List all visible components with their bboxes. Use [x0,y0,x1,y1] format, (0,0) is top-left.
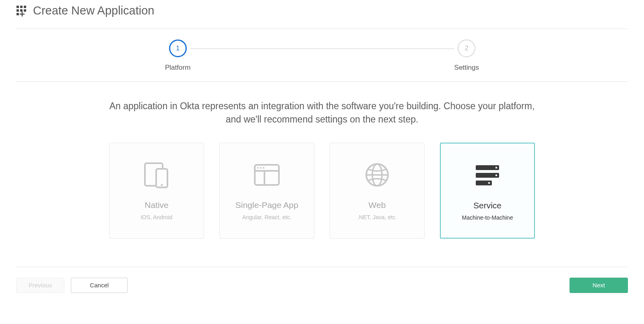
svg-point-9 [161,184,163,186]
svg-rect-1 [20,6,23,8]
svg-point-15 [263,167,264,168]
svg-rect-2 [24,6,26,8]
servers-icon [476,161,499,189]
mobile-tablet-icon [141,161,172,189]
card-subtitle: Machine-to-Machine [462,214,513,221]
apps-grid-icon [16,5,27,17]
platform-card-service[interactable]: Service Machine-to-Machine [440,143,535,239]
stepper-line [189,48,455,49]
svg-rect-6 [17,13,19,15]
next-button[interactable]: Next [570,278,628,293]
step-label: Platform [165,64,190,72]
platform-cards: Native iOS, Android Single-Page App Angu… [16,143,628,239]
card-subtitle: iOS, Android [141,214,173,220]
card-title: Native [144,200,169,210]
step-circle: 1 [169,39,187,57]
svg-point-13 [257,167,259,168]
globe-icon [365,161,390,189]
step-settings[interactable]: 2 Settings [454,39,479,72]
page-title: Create New Application [33,4,154,17]
step-label: Settings [454,64,479,72]
card-subtitle: Angular, React, etc. [242,214,291,220]
browser-icon [254,161,280,189]
platform-card-spa[interactable]: Single-Page App Angular, React, etc. [219,143,314,239]
step-platform[interactable]: 1 Platform [165,39,190,72]
platform-card-native[interactable]: Native iOS, Android [109,143,204,239]
stepper: 1 Platform 2 Settings [16,29,628,82]
cancel-button[interactable]: Cancel [71,278,128,293]
wizard-footer: Previous Cancel Next [16,267,628,293]
platform-card-web[interactable]: Web .NET, Java, etc. [330,143,425,239]
card-subtitle: .NET, Java, etc. [357,214,397,220]
step-circle: 2 [458,39,475,57]
svg-rect-0 [17,6,19,8]
intro-text: An application in Okta represents an int… [101,100,543,127]
card-title: Service [473,201,502,210]
svg-rect-5 [24,9,26,12]
card-title: Web [369,200,386,210]
svg-rect-3 [17,9,19,12]
card-title: Single-Page App [235,200,298,210]
svg-point-14 [260,167,262,168]
page-header: Create New Application [16,4,628,29]
previous-button[interactable]: Previous [16,278,64,293]
svg-rect-4 [20,9,23,12]
